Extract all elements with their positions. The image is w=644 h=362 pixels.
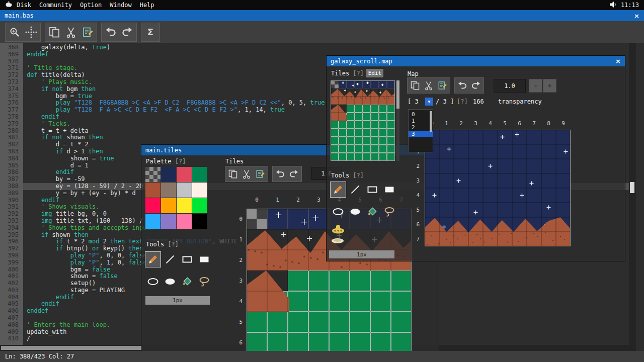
undo-button[interactable] — [103, 24, 119, 40]
palette-color-12[interactable] — [145, 214, 160, 229]
line-number: 407 — [0, 315, 23, 322]
map-brush-size-button[interactable]: 1px — [329, 250, 394, 258]
layer-option-1[interactable]: 1 — [409, 118, 433, 124]
line-number: 384 — [0, 155, 23, 162]
redo-button[interactable] — [287, 167, 300, 180]
cut-button[interactable] — [240, 167, 253, 180]
line-tool-button[interactable] — [348, 182, 363, 197]
picker-tab-label: Tiles [?] — [331, 70, 364, 77]
layer-option-3[interactable]: 3 — [409, 131, 433, 137]
line-tool-button[interactable] — [163, 252, 178, 267]
pencil-tool-button[interactable] — [145, 252, 160, 267]
palette-color-14[interactable] — [177, 214, 192, 229]
redo-button[interactable] — [469, 79, 482, 92]
palette-color-15[interactable] — [192, 214, 207, 229]
picker-scroll-thumb[interactable] — [396, 80, 399, 109]
tile-id-value: 166 — [472, 98, 485, 105]
paste-button[interactable] — [79, 24, 96, 40]
rect-fill-tool-button[interactable] — [197, 252, 212, 267]
line-number: 376 — [0, 100, 23, 107]
paste-button[interactable] — [254, 167, 267, 180]
ellipse-tool-button[interactable] — [145, 274, 160, 289]
map-window-titlebar[interactable]: galaxy_scroll.map × — [327, 56, 625, 66]
palette-color-4[interactable] — [145, 183, 160, 198]
copy-button[interactable] — [409, 79, 422, 92]
map-close-icon[interactable]: × — [615, 57, 621, 65]
cut-button[interactable] — [422, 79, 435, 92]
line-number: 394 — [0, 225, 23, 232]
cut-button[interactable] — [63, 24, 79, 40]
picker-scrollbar[interactable] — [396, 80, 399, 161]
tile-picker[interactable] — [331, 80, 395, 161]
line-number: 374 — [0, 86, 23, 93]
bucket-tool-button[interactable] — [365, 204, 380, 219]
lasso-tool-button[interactable] — [382, 204, 397, 219]
palette-color-0[interactable] — [145, 167, 160, 182]
map-section-label: Map — [407, 70, 419, 77]
line-number: 404 — [0, 294, 23, 301]
h-scroll-thumb[interactable] — [1, 346, 142, 350]
vertical-scrollbar[interactable] — [629, 43, 636, 351]
zoom-out-button[interactable]: - — [529, 79, 542, 93]
axis-label-7: 7 — [411, 232, 423, 246]
speaker-icon[interactable] — [609, 1, 617, 10]
paste-button[interactable] — [436, 79, 449, 92]
layer-option-2[interactable]: 2 — [409, 124, 433, 131]
copy-button[interactable] — [46, 24, 62, 40]
copy-button[interactable] — [226, 167, 239, 180]
brush-size-button[interactable]: 1px — [145, 296, 210, 305]
rect-fill-tool-button[interactable] — [382, 182, 397, 197]
edit-tab-button[interactable]: Edit — [366, 69, 383, 77]
sigma-button[interactable]: Σ — [142, 24, 158, 40]
pencil-tool-button[interactable] — [331, 182, 346, 197]
palette-color-9[interactable] — [161, 198, 176, 213]
line-number: 378 — [0, 114, 23, 121]
rect-tool-button[interactable] — [365, 182, 380, 197]
map-toolbar — [407, 77, 484, 94]
map-column-labels: 0123456789 — [425, 120, 571, 127]
palette-color-6[interactable] — [177, 183, 192, 198]
toolbar-group — [101, 23, 137, 42]
v-scroll-thumb[interactable] — [630, 182, 634, 193]
line-number: 405 — [0, 301, 23, 308]
menu-community[interactable]: Community — [35, 2, 76, 9]
palette-color-7[interactable] — [192, 183, 207, 198]
redo-button[interactable] — [119, 24, 135, 40]
pan-button[interactable] — [23, 24, 39, 40]
bucket-tool-button[interactable] — [180, 274, 195, 289]
line-number: 390 — [0, 197, 23, 204]
ellipse-fill-tool-button[interactable] — [348, 204, 363, 219]
ellipse-tool-button[interactable] — [331, 204, 346, 219]
undo-button[interactable] — [456, 79, 469, 92]
line-number: 379 — [0, 121, 23, 128]
close-icon[interactable]: × — [634, 12, 639, 20]
palette-color-8[interactable] — [145, 198, 160, 213]
undo-button[interactable] — [274, 167, 287, 180]
rect-tool-button[interactable] — [180, 252, 195, 267]
palette-color-1[interactable] — [161, 167, 176, 182]
apple-logo-icon[interactable] — [5, 1, 13, 10]
palette-color-13[interactable] — [161, 214, 176, 229]
code-line-368[interactable]: 368 galaxy(delta, true) — [0, 44, 644, 51]
toolbar-group — [5, 23, 41, 42]
menu-help[interactable]: Help — [136, 2, 158, 9]
lasso-tool-button[interactable] — [197, 274, 212, 289]
palette-color-5[interactable] — [161, 183, 176, 198]
axis-label-7: 7 — [527, 120, 541, 127]
palette-color-11[interactable] — [192, 198, 207, 213]
layer-dropdown-button[interactable]: ▼ — [425, 98, 433, 106]
axis-label-2: 2 — [288, 197, 308, 203]
axis-label-4: 4 — [411, 188, 423, 203]
map-canvas[interactable] — [425, 130, 571, 246]
zoom-in-button[interactable]: + — [543, 79, 556, 93]
palette-color-2[interactable] — [177, 167, 192, 182]
menu-window[interactable]: Window — [106, 2, 135, 9]
ellipse-fill-tool-button[interactable] — [163, 274, 178, 289]
palette-color-10[interactable] — [177, 198, 192, 213]
layer-option-0[interactable]: 0 — [409, 111, 433, 118]
menu-option[interactable]: Option — [76, 2, 106, 9]
magnifier-button[interactable] — [7, 24, 23, 40]
palette-color-3[interactable] — [192, 167, 207, 182]
dropdown-scrollbar[interactable] — [430, 111, 432, 132]
menu-disk[interactable]: Disk — [13, 2, 35, 9]
